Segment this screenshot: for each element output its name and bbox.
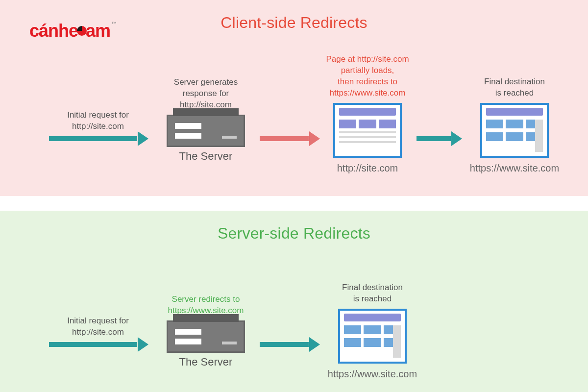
arrow-icon — [260, 136, 309, 141]
arrow-icon — [49, 136, 137, 141]
initial-request-label: Initial request forhttp://site.com — [67, 316, 129, 338]
final-page-col: Final destinationis reached https://www.… — [466, 103, 564, 174]
partial-to-final-arrow-col — [416, 136, 461, 141]
final-page-caption: https://www.site.com — [466, 163, 564, 174]
server-side-title: Server-side Redirects — [0, 211, 588, 243]
final-destination-label: Final destinationis reached — [342, 282, 403, 305]
server-caption: The Server — [157, 150, 255, 163]
server-caption: The Server — [157, 356, 255, 368]
initial-request-arrow-col: Initial request forhttp://site.com — [49, 136, 147, 141]
logo-text-1: cánhe — [29, 21, 78, 41]
server-response-label: Server generatesresponse forhttp://site.… — [174, 77, 238, 111]
partial-page-col: Page at http://site.compartially loads,t… — [323, 103, 412, 174]
logo-trademark: ™ — [111, 21, 116, 26]
final-page-caption: https://www.site.com — [323, 368, 421, 380]
server-icon — [167, 320, 245, 353]
browser-window-icon — [338, 309, 407, 364]
initial-request-label: Initial request forhttp://site.com — [67, 110, 129, 132]
initial-request-arrow-col: Initial request forhttp://site.com — [49, 342, 147, 347]
browser-window-icon — [333, 103, 402, 158]
browser-window-icon — [480, 103, 549, 158]
server-to-partial-arrow-col — [260, 136, 318, 141]
arrow-icon — [260, 342, 309, 347]
server-to-final-arrow-col — [260, 342, 318, 347]
server-icon — [167, 115, 245, 147]
server-side-flow: Initial request forhttp://site.com Serve… — [0, 309, 588, 380]
final-page-col: Final destinationis reached https://www.… — [323, 309, 421, 380]
server-redirect-label: Server redirects tohttps://www.site.com — [168, 294, 244, 317]
partial-page-caption: http://site.com — [323, 163, 412, 174]
arrow-icon — [49, 342, 137, 347]
partial-load-label: Page at http://site.compartially loads,t… — [326, 54, 409, 99]
brand-logo: cánheam™ — [29, 21, 116, 41]
final-destination-label: Final destinationis reached — [484, 76, 545, 99]
server-side-panel: Server-side Redirects Initial request fo… — [0, 211, 588, 392]
server-col: Server redirects tohttps://www.site.com … — [157, 320, 255, 368]
server-col: Server generatesresponse forhttp://site.… — [157, 115, 255, 163]
panel-separator — [0, 196, 588, 211]
client-side-flow: Initial request forhttp://site.com Serve… — [0, 103, 588, 174]
logo-text-2: am — [86, 21, 110, 41]
client-side-panel: cánheam™ Client-side Redirects Initial r… — [0, 0, 588, 196]
arrow-icon — [416, 136, 451, 141]
